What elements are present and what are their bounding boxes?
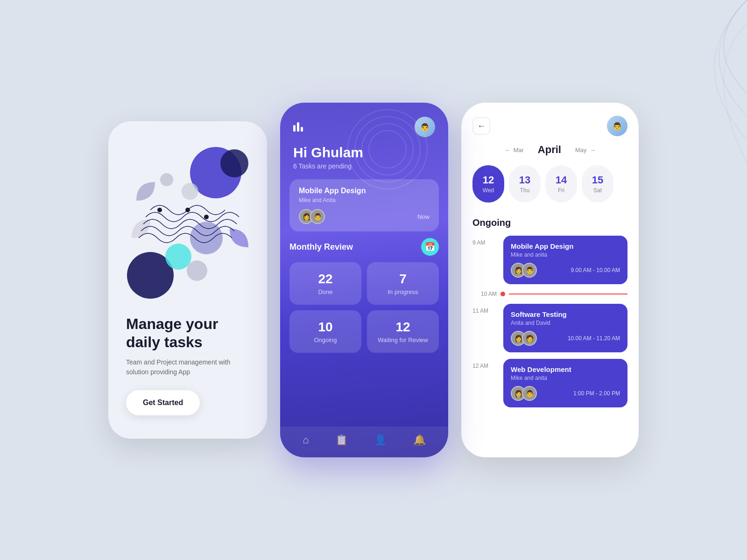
- stat-waiting-number: 12: [374, 320, 431, 335]
- calendar-icon-btn[interactable]: 📅: [421, 238, 439, 256]
- svg-point-13: [355, 117, 420, 182]
- ongoing-section: Ongoing 9 AM Mobile App Design Mike and …: [461, 210, 639, 457]
- prev-month-btn[interactable]: ← Mar: [504, 147, 523, 154]
- ongoing-title: Ongoing: [472, 217, 627, 228]
- svg-point-4: [165, 244, 191, 270]
- next-month-label: May: [575, 147, 587, 154]
- svg-point-8: [182, 183, 198, 200]
- monthly-review-title: Monthly Review: [289, 242, 353, 252]
- day-13[interactable]: 13 Thu: [509, 165, 541, 203]
- event-3-timerange: 1:00 PM - 2.00 PM: [573, 390, 620, 397]
- nav-doc-icon[interactable]: 📋: [335, 434, 348, 446]
- event-1-time: 9 AM: [472, 236, 497, 246]
- nav-profile-icon[interactable]: 👤: [374, 434, 387, 446]
- stat-inprogress: 7 In progress: [367, 262, 439, 305]
- phone-calendar: ← 👨 ← Mar April May → 12 Wed: [461, 103, 639, 457]
- stat-done: 22 Done: [289, 262, 361, 305]
- svg-point-11: [369, 131, 406, 168]
- stat-waiting: 12 Waiting for Review: [367, 310, 439, 353]
- monthly-review-section: Monthly Review 📅 22 Done 7 In progress 1…: [289, 238, 439, 353]
- avatar-mike-3: 👨: [522, 386, 537, 401]
- day-12[interactable]: 12 Wed: [472, 165, 504, 203]
- event-1-avatars: 👩 👨: [511, 263, 533, 278]
- onboarding-title: Manage your daily tasks: [126, 315, 249, 351]
- get-started-button[interactable]: Get Started: [126, 390, 200, 415]
- avatar-mike: 👨: [310, 209, 325, 224]
- phone-onboarding: Manage your daily tasks Team and Project…: [108, 121, 267, 439]
- event-2-time: 11 AM: [472, 304, 497, 314]
- svg-point-1: [220, 149, 248, 177]
- day-12-num: 12: [483, 174, 494, 186]
- event-2-footer: 👩 🧑 10.00 AM - 11.20 AM: [511, 331, 620, 346]
- red-line-indicator: [509, 294, 627, 294]
- event-1-participants: Mike and anita: [511, 252, 620, 258]
- svg-point-10: [187, 260, 207, 281]
- event-2: 11 AM Software Testing Anita and David 👩…: [472, 304, 627, 352]
- rings-decoration: [345, 107, 430, 191]
- day-14-name: Fri: [558, 187, 564, 194]
- onboarding-text: Manage your daily tasks Team and Project…: [122, 315, 253, 415]
- onboarding-subtitle: Team and Project management with solutio…: [126, 357, 249, 377]
- stat-ongoing-number: 10: [297, 320, 354, 335]
- bar-chart-icon: [293, 122, 303, 132]
- phones-container: Manage your daily tasks Team and Project…: [108, 103, 639, 457]
- event-3-time: 12 AM: [472, 359, 497, 369]
- event-2-participants: Anita and David: [511, 320, 620, 326]
- event-3: 12 AM Web Development Mike and anita 👩 👨…: [472, 359, 627, 407]
- stat-done-label: Done: [297, 288, 354, 295]
- stats-grid: 22 Done 7 In progress 10 Ongoing 12 Wait…: [289, 262, 439, 353]
- stat-done-number: 22: [297, 272, 354, 287]
- svg-point-6: [185, 208, 190, 212]
- bottom-nav: ⌂ 📋 👤 🔔: [280, 427, 448, 457]
- event-1-footer: 👩 👨 9.00 AM - 10.00 AM: [511, 263, 620, 278]
- stat-inprogress-number: 7: [374, 272, 431, 287]
- prev-arrow-icon: ←: [504, 147, 510, 154]
- svg-point-9: [160, 173, 173, 186]
- stat-inprogress-label: In progress: [374, 288, 431, 295]
- task-footer: 👩 👨 Now: [299, 209, 430, 224]
- day-15-name: Sat: [593, 187, 602, 194]
- next-arrow-icon: →: [590, 147, 596, 154]
- stat-ongoing: 10 Ongoing: [289, 310, 361, 353]
- day-14-num: 14: [556, 174, 567, 186]
- avatar-david-2: 🧑: [522, 331, 537, 346]
- user-avatar-calendar[interactable]: 👨: [607, 116, 627, 136]
- event-3-footer: 👩 👨 1:00 PM - 2.00 PM: [511, 386, 620, 401]
- calendar-header: ← 👨: [461, 103, 639, 144]
- task-time: Now: [417, 213, 430, 220]
- prev-month-label: Mar: [513, 147, 523, 154]
- nav-home-icon[interactable]: ⌂: [303, 434, 309, 446]
- next-month-btn[interactable]: May →: [575, 147, 596, 154]
- event-2-title: Software Testing: [511, 310, 620, 318]
- onboarding-art: [122, 140, 253, 299]
- red-dot-indicator: [500, 292, 505, 296]
- event-2-timerange: 10.00 AM - 11.20 AM: [568, 335, 620, 342]
- phone-dashboard: 👨 Hi Ghulam 6 Tasks are pending Mobile A…: [280, 103, 448, 457]
- day-15-num: 15: [592, 174, 603, 186]
- event-3-avatars: 👩 👨: [511, 386, 533, 401]
- event-1: 9 AM Mobile App Design Mike and anita 👩 …: [472, 236, 627, 284]
- event-3-participants: Mike and anita: [511, 375, 620, 381]
- event-1-title: Mobile App Design: [511, 242, 620, 250]
- svg-point-12: [362, 124, 413, 175]
- day-15[interactable]: 15 Sat: [582, 165, 613, 203]
- calendar-nav: ← Mar April May → 12 Wed 13 Thu: [461, 144, 639, 210]
- back-button[interactable]: ←: [472, 117, 490, 135]
- stat-ongoing-label: Ongoing: [297, 336, 354, 343]
- task-participants: Mike and Anita: [299, 197, 430, 203]
- nav-bell-icon[interactable]: 🔔: [413, 434, 426, 446]
- task-avatars: 👩 👨: [299, 209, 321, 224]
- event-card-mobile-app[interactable]: Mobile App Design Mike and anita 👩 👨 9.0…: [503, 236, 627, 284]
- event-card-web-dev[interactable]: Web Development Mike and anita 👩 👨 1:00 …: [503, 359, 627, 407]
- stat-waiting-label: Waiting for Review: [374, 336, 431, 343]
- event-3-title: Web Development: [511, 365, 620, 373]
- svg-point-14: [348, 110, 427, 189]
- day-14[interactable]: 14 Fri: [545, 165, 577, 203]
- event-card-software-testing[interactable]: Software Testing Anita and David 👩 🧑 10.…: [503, 304, 627, 352]
- event-2-avatars: 👩 🧑: [511, 331, 533, 346]
- events-timeline: 9 AM Mobile App Design Mike and anita 👩 …: [472, 236, 627, 407]
- month-navigation: ← Mar April May →: [472, 144, 627, 156]
- days-row: 12 Wed 13 Thu 14 Fri 15 Sat: [472, 165, 627, 203]
- day-13-num: 13: [519, 174, 530, 186]
- event-1-timerange: 9.00 AM - 10.00 AM: [571, 267, 620, 273]
